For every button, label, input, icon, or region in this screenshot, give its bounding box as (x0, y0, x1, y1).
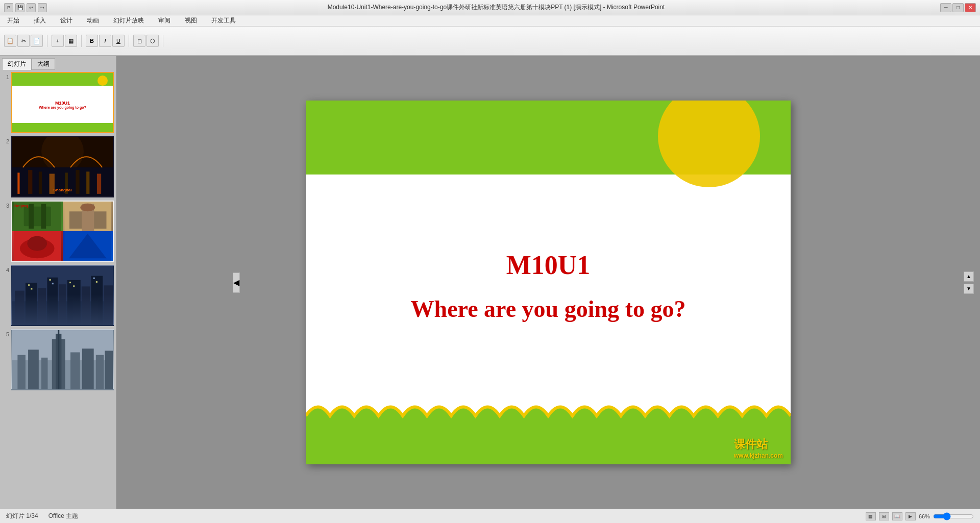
svg-rect-36 (31, 288, 32, 289)
thumb3-cell2 (63, 202, 113, 231)
tab-slides[interactable]: 幻灯片 (2, 58, 32, 70)
svg-rect-35 (28, 284, 30, 286)
svg-rect-41 (93, 278, 95, 279)
slide-thumbnail-4[interactable]: 4 New York (2, 265, 114, 326)
slide-panel[interactable]: 幻灯片 大纲 1 M10U1 Where are you going to go… (0, 56, 116, 509)
font-group: B I U (86, 35, 129, 47)
menu-start[interactable]: 开始 (4, 15, 22, 26)
slide-num-2: 2 (2, 138, 9, 144)
close-button[interactable]: ✕ (965, 3, 976, 12)
minimize-button[interactable]: ─ (940, 3, 951, 12)
svg-rect-14 (41, 204, 46, 229)
arrange-button[interactable]: ⬡ (146, 35, 159, 47)
layout-button[interactable]: ▦ (65, 35, 77, 47)
panel-collapse-button[interactable]: ◀ (233, 272, 240, 293)
svg-point-21 (27, 236, 47, 251)
thumb1-wave (12, 123, 113, 132)
window-title: Module10-Unit1-Where-are-you-going-to-go… (52, 3, 940, 12)
menu-design[interactable]: 设计 (57, 15, 76, 26)
slide-image-4[interactable]: New York (11, 265, 114, 326)
svg-rect-54 (105, 351, 113, 389)
menu-animation[interactable]: 动画 (84, 15, 102, 26)
thumb3-cell3 (12, 231, 63, 261)
copy-button[interactable]: 📄 (31, 35, 43, 47)
slide-count-label: 幻灯片 1/34 (6, 512, 38, 520)
menu-bar: 开始 插入 设计 动画 幻灯片放映 审阅 视图 开发工具 (0, 15, 980, 27)
watermark-line1: 课件站 (734, 437, 783, 452)
bold-button[interactable]: B (86, 35, 98, 47)
svg-rect-37 (50, 279, 51, 281)
slide-num-4: 4 (2, 267, 9, 273)
status-bar: 幻灯片 1/34 Office 主题 ▦ ⊞ 📖 ▶ 66% (0, 509, 980, 523)
app-icons: P 💾 ↩ ↪ (4, 3, 47, 12)
toolbar: 📋 ✂ 📄 + ▦ B I U ◻ ⬡ (0, 27, 980, 56)
slide-image-1[interactable]: M10U1 Where are you going to go? (11, 72, 114, 133)
svg-point-18 (80, 204, 95, 211)
slide-image-5[interactable]: Washington D.C (11, 329, 114, 390)
thumb3-cell4 (63, 231, 113, 261)
paste-button[interactable]: 📋 (4, 35, 16, 47)
svg-rect-53 (96, 355, 104, 389)
view-reading-button[interactable]: 📖 (892, 512, 902, 520)
slide-main-subtitle: Where are you going to go? (411, 295, 686, 322)
slide-main-title: M10U1 (506, 250, 591, 280)
svg-rect-47 (41, 358, 47, 389)
svg-rect-10 (97, 173, 101, 193)
zoom-slider[interactable] (933, 512, 974, 520)
svg-rect-9 (86, 171, 89, 194)
redo-icon[interactable]: ↪ (38, 3, 47, 12)
thumb1-yellow-circle (97, 76, 108, 86)
thumb4-buildings (12, 294, 113, 325)
slide-green-footer (306, 398, 791, 464)
svg-rect-40 (73, 285, 75, 287)
svg-rect-45 (17, 355, 26, 389)
slide-thumbnail-2[interactable]: 2 (2, 136, 114, 197)
zoom-label: 66% (919, 513, 930, 519)
menu-view[interactable]: 视图 (182, 15, 200, 26)
svg-rect-12 (24, 207, 51, 227)
undo-icon[interactable]: ↩ (27, 3, 36, 12)
svg-rect-51 (70, 352, 80, 389)
current-slide: M10U1 Where are you going to go? 课件站 www… (306, 101, 791, 464)
quick-save-icon[interactable]: 💾 (15, 3, 24, 12)
svg-rect-50 (58, 330, 59, 389)
new-slide-button[interactable]: + (52, 35, 64, 47)
tab-outline[interactable]: 大纲 (32, 58, 55, 70)
thumb2-city-bg: Shanghai (12, 137, 113, 196)
app-icon: P (4, 3, 13, 12)
svg-rect-5 (39, 171, 42, 194)
slide-image-3[interactable]: Beijing (11, 201, 114, 262)
cut-button[interactable]: ✂ (17, 35, 30, 47)
view-slide-sorter-button[interactable]: ⊞ (879, 512, 889, 520)
slide-thumbnail-1[interactable]: 1 M10U1 Where are you going to go? (2, 72, 114, 133)
menu-review[interactable]: 审阅 (155, 15, 174, 26)
italic-button[interactable]: I (99, 35, 111, 47)
menu-insert[interactable]: 插入 (31, 15, 49, 26)
svg-rect-3 (17, 172, 19, 193)
clipboard-group: 📋 ✂ 📄 (4, 35, 47, 47)
menu-slideshow[interactable]: 幻灯片放映 (110, 15, 147, 26)
theme-label: Office 主题 (48, 512, 78, 520)
window-controls: ─ □ ✕ (940, 3, 976, 12)
slide-thumbnail-3[interactable]: 3 Beijing (2, 201, 114, 262)
shapes-button[interactable]: ◻ (133, 35, 145, 47)
title-bar: P 💾 ↩ ↪ Module10-Unit1-Where-are-you-goi… (0, 0, 980, 15)
maximize-button[interactable]: □ (952, 3, 964, 12)
thumb1-title: M10U1 (39, 101, 86, 106)
slide-group: + ▦ (52, 35, 82, 47)
thumb2-city-label: Shanghai (53, 188, 71, 192)
view-normal-button[interactable]: ▦ (866, 512, 876, 520)
slide-thumbnail-5[interactable]: 5 Washington D.C (2, 329, 114, 390)
scroll-up-button[interactable]: ▲ (964, 271, 974, 282)
watermark: 课件站 www.kjzhan.com (734, 437, 783, 459)
menu-developer[interactable]: 开发工具 (208, 15, 239, 26)
svg-rect-13 (29, 204, 34, 229)
draw-group: ◻ ⬡ (133, 35, 163, 47)
watermark-line2: www.kjzhan.com (734, 452, 783, 459)
underline-button[interactable]: U (112, 35, 125, 47)
slide-image-2[interactable]: Shanghai (11, 136, 114, 197)
slideshow-button[interactable]: ▶ (905, 512, 916, 520)
scroll-down-button[interactable]: ▼ (964, 284, 974, 294)
slide-scroll-controls: ▲ ▼ (964, 271, 974, 294)
slide-content-area: M10U1 Where are you going to go? (306, 175, 791, 398)
